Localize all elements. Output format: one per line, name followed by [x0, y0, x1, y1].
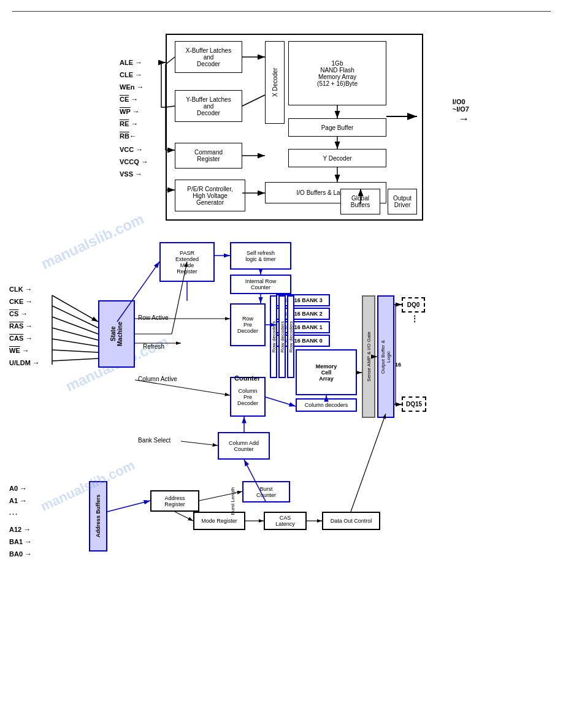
column-active-label: Column Active — [138, 376, 177, 382]
svg-line-36 — [181, 441, 218, 446]
per-ctrl-block: P/E/R Controller,High VoltageGenerator — [175, 180, 245, 211]
nand-signal-labels: ALE → CLE → WEn → CE → WP → RE → — [120, 58, 150, 182]
burst-length-label: Burst Length — [230, 487, 236, 515]
arrow-icon: → — [25, 322, 33, 330]
nand-diagram-container: ALE → CLE → WEn → CE → WP → RE → — [120, 28, 429, 224]
arrow-icon: → — [25, 285, 33, 294]
nand-signal-cle: CLE → — [120, 70, 150, 79]
arrow-icon: → — [22, 346, 29, 355]
svg-line-44 — [175, 512, 193, 521]
ba0-signal: BA0 → — [9, 550, 34, 558]
svg-line-22 — [52, 317, 98, 334]
bit-width-label: 16 — [395, 362, 401, 368]
svg-line-34 — [266, 397, 296, 406]
refresh-label: Refresh — [143, 343, 164, 350]
row-decoders-1: Row decoders — [270, 295, 277, 378]
column-decoders: Column decoders — [296, 398, 357, 412]
ras-signal: RAS → — [9, 322, 42, 330]
global-buf-block: GlobalBuffers — [340, 189, 380, 214]
cs-signal: CS → — [9, 309, 42, 318]
page: ALE → CLE → WEn → CE → WP → RE → — [0, 0, 563, 728]
arrow-icon: → — [20, 484, 27, 493]
arrow-icon: → — [141, 157, 148, 166]
cas-signal: CAS → — [9, 334, 42, 343]
svg-line-42 — [107, 501, 150, 512]
arrow-icon: → — [131, 119, 138, 128]
page-buf-block: Page Buffer — [288, 118, 386, 137]
dq0-box: DQ0 — [402, 297, 425, 313]
cas-latency-block: CASLatency — [264, 512, 307, 530]
memory-cell-array: MemoryCellArray — [296, 349, 357, 395]
dq-dots: ⋮ — [411, 314, 418, 323]
sense-amp-block: Sense AMP & I/O Gate — [362, 295, 375, 418]
arrow-icon: → — [20, 496, 27, 505]
svg-line-47 — [351, 414, 386, 512]
cke-signal: CKE → — [9, 297, 42, 306]
sdram-diagram: CLK → CKE → CS → RAS → CAS → WE → — [9, 242, 555, 714]
data-out-control-block: Data Out Control — [322, 512, 380, 530]
nand-signal-wp: WP → — [120, 107, 150, 116]
arrow-icon: → — [20, 309, 28, 318]
col-pre-decoder-block: ColumnPreDecoder — [230, 377, 266, 417]
svg-line-43 — [199, 491, 242, 501]
arrow-icon: → — [25, 334, 33, 343]
svg-line-24 — [52, 339, 98, 346]
arrow-icon: → — [25, 537, 32, 546]
arrow-icon: → — [136, 145, 143, 154]
arrow-icon: → — [25, 550, 32, 558]
nand-signal-wen: WEn → — [120, 83, 150, 91]
nand-signal-ce: CE → — [120, 95, 150, 104]
sdram-signal-labels: CLK → CKE → CS → RAS → CAS → WE → — [9, 285, 42, 371]
pasr-block: PASRExtendedModeRegister — [159, 242, 215, 282]
svg-line-21 — [52, 306, 98, 328]
dq15-box: DQ15 — [402, 396, 426, 412]
mode-register-block: Mode Register — [193, 512, 245, 530]
arrow-icon: → — [136, 83, 144, 91]
svg-line-26 — [52, 358, 98, 361]
nand-signal-vss: VSS → — [120, 170, 150, 178]
a1-signal: A1 → — [9, 496, 34, 505]
svg-line-25 — [52, 350, 98, 352]
output-buffer-block: Output Buffer &Logic — [377, 295, 394, 418]
nand-signal-vcc: VCC → — [120, 145, 150, 154]
xbuffer-block: X-Buffer LatchesandDecoder — [175, 41, 242, 73]
svg-line-19 — [52, 295, 98, 322]
arrow-icon: → — [33, 358, 40, 367]
address-register-block: AddressRegister — [150, 490, 199, 512]
arrow-icon: → — [135, 58, 142, 67]
internal-row-counter-block: Internal RowCounter — [230, 275, 291, 294]
uldm-signal: U/LDM → — [9, 358, 42, 367]
arrow-icon: → — [132, 107, 140, 116]
row-active-label: Row Active — [138, 314, 168, 321]
arrow-icon: → — [25, 297, 33, 306]
svg-line-23 — [52, 328, 98, 340]
we-signal: WE → — [9, 346, 42, 355]
self-refresh-block: Self refreshlogic & timer — [230, 242, 291, 270]
address-buffers-block: Address Buffers — [89, 481, 107, 552]
ba1-signal: BA1 → — [9, 537, 34, 546]
a12-signal: A12 → — [9, 525, 34, 534]
state-machine-block: StateMachine — [98, 300, 135, 368]
nand-signal-ale: ALE → — [120, 58, 150, 67]
out-drv-block: OutputDriver — [388, 189, 417, 214]
nand-signal-re: RE → — [120, 119, 150, 128]
nand-signal-rb: RB ← — [120, 132, 150, 140]
ydecoder-block: Y Decoder — [288, 149, 386, 167]
cmd-reg-block: CommandRegister — [175, 143, 242, 169]
arrow-icon: → — [23, 525, 31, 534]
ybuffer-block: Y-Buffer LatchesandDecoder — [175, 90, 242, 122]
arrow-left-icon: ← — [129, 132, 137, 140]
a0-signal: A0 → — [9, 484, 34, 493]
clk-signal: CLK → — [9, 285, 42, 294]
row-decoders-3: Row decoders — [287, 295, 294, 378]
dots-signal: ... — [9, 509, 34, 516]
arrow-icon: → — [135, 70, 142, 79]
row-pre-decoder-block: RowPreDecoder — [230, 303, 266, 346]
arrow-icon: → — [131, 95, 138, 104]
bank-select-label: Bank Select — [138, 437, 170, 444]
row-decoders-2: Row decoders — [278, 295, 286, 378]
burst-counter-block: BurstCounter — [242, 481, 290, 502]
xdecoder-block: X Decoder — [265, 41, 285, 124]
nand-signal-vccq: VCCQ → — [120, 157, 150, 166]
arrow-icon: → — [135, 170, 142, 178]
